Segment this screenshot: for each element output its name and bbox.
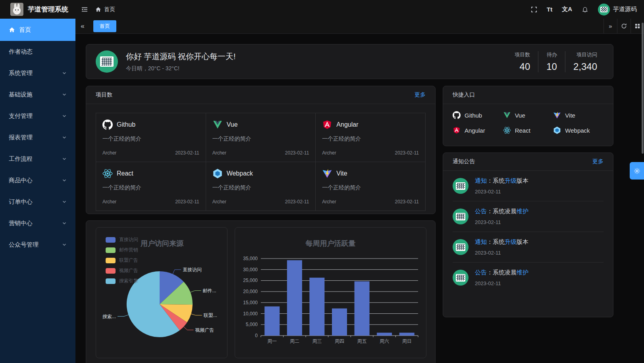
breadcrumb[interactable]: 首页 [95,6,115,13]
project-card[interactable]: React 一个正经的简介 Archer 2023-02-11 [96,162,206,210]
chevron-down-icon [62,242,67,247]
user-name: 芋道源码 [613,6,637,13]
legend-item[interactable]: 搜索引擎 [106,278,138,284]
notice-item[interactable]: 公告：系统凌晨维护 2023-02-11 [453,262,604,293]
project-card[interactable]: Webpack 一个正经的简介 Archer 2023-02-11 [206,162,316,210]
sidebar-item[interactable]: 工作流程 [0,148,75,170]
notice-item[interactable]: 通知：系统升级版本 2023-02-11 [453,171,604,201]
y-axis-label: 35,000 [243,256,258,261]
notice-segment[interactable]: 维护 [517,269,528,276]
sidebar-item[interactable]: 作者动态 [0,41,75,62]
pie-label: 邮件... [203,288,216,293]
settings-gear-button[interactable] [630,162,644,180]
locale-icon[interactable]: 文A [562,6,572,13]
notice-item[interactable]: 公告：系统凌晨维护 2023-02-11 [453,201,604,232]
font-size-icon[interactable]: Tt [547,6,552,13]
shortcut-item[interactable]: Vue [503,111,553,119]
project-description: 一个正经的简介 [322,184,419,191]
notice-date: 2023-02-11 [475,219,528,225]
sidebar-item[interactable]: 系统管理 [0,62,75,84]
legend-item[interactable]: 直接访问 [106,236,138,243]
legend-label: 联盟广告 [119,257,138,264]
vue-icon [503,111,511,119]
sidebar-item-label: 首页 [19,26,31,34]
sidebar-item[interactable]: 首页 [0,19,75,41]
legend-item[interactable]: 联盟广告 [106,257,138,264]
sidebar-item[interactable]: 营销中心 [0,212,75,234]
project-card[interactable]: Github 一个正经的简介 Archer 2023-02-11 [96,113,206,162]
y-axis-label: 25,000 [243,278,258,283]
sidebar-item[interactable]: 支付管理 [0,105,75,127]
shortcut-label: Vue [515,112,525,119]
refresh-icon[interactable] [617,19,631,33]
project-card[interactable]: Vite 一个正经的简介 Archer 2023-02-11 [316,162,425,210]
stat: 项目数 40 [507,51,538,72]
pie-label-line [191,314,202,315]
notice-segment: 版本 [517,177,528,184]
app-logo-area[interactable]: 芋道管理系统 [0,3,75,16]
tabs-scroll-left-icon[interactable]: « [75,19,90,33]
stat-label: 项目访问 [573,51,597,58]
github-icon [453,111,461,119]
sidebar-item-label: 基础设施 [9,91,33,98]
notice-date: 2023-02-11 [475,280,528,286]
collapse-sidebar-icon[interactable] [81,6,88,13]
scrollbar[interactable] [642,23,644,154]
stat: 项目访问 2,340 [565,51,601,72]
notice-segment[interactable]: 通知 [475,238,487,245]
user-menu[interactable]: 芋道源码 [598,4,637,15]
y-axis-label: 15,000 [243,300,258,305]
shortcut-item[interactable]: Github [453,111,503,119]
notice-item[interactable]: 通知：系统升级版本 2023-02-11 [453,232,604,262]
notice-segment[interactable]: 通知 [475,177,487,184]
sidebar-item[interactable]: 公众号管理 [0,234,75,255]
projects-grid: Github 一个正经的简介 Archer 2023-02-11 [96,113,426,211]
angular-icon [322,120,332,130]
chevron-down-icon [62,71,67,75]
x-axis-label: 周五 [357,338,367,344]
bar [309,278,324,336]
sidebar-item-label: 支付管理 [9,112,33,120]
project-card[interactable]: Angular 一个正经的简介 Archer 2023-02-11 [316,113,425,162]
shortcut-item[interactable]: Angular [453,126,503,134]
bar-chart-card: 每周用户活跃量 05,00010,00015,00020,00025,00030… [235,227,426,358]
legend-item[interactable]: 视频广告 [106,267,138,274]
notice-segment[interactable]: 维护 [517,208,528,214]
app-logo-rabbit-image [10,3,23,16]
weather-text: 今日晴，20°C - 32°C! [126,65,236,72]
notice-segment[interactable]: 公告 [475,269,487,276]
sidebar-item[interactable]: 订单中心 [0,191,75,212]
notice-segment[interactable]: 升级 [505,238,517,245]
shortcut-item[interactable]: Vite [553,111,604,119]
tab-home[interactable]: 首页 [93,20,116,32]
projects-more-link[interactable]: 更多 [415,91,426,98]
project-card[interactable]: Vue 一个正经的简介 Archer 2023-02-11 [206,113,316,162]
project-date: 2023-02-11 [285,150,309,156]
notice-segment[interactable]: 公告 [475,208,487,214]
tabs-scroll-right-icon[interactable]: » [604,19,617,33]
vite-icon [553,111,561,119]
notices-more-link[interactable]: 更多 [592,158,604,165]
welcome-stats: 项目数 40 待办 10 项目访问 2,340 [507,51,601,72]
shortcuts-card: 快捷入口 Github Vue [443,86,613,146]
chevron-down-icon [62,92,67,97]
shortcut-item[interactable]: React [503,126,553,134]
sidebar-item-label: 系统管理 [9,70,33,77]
notice-segment: 版本 [517,238,528,245]
sidebar-item[interactable]: 商品中心 [0,170,75,191]
header-actions: Tt 文A 芋道源码 [531,4,644,15]
x-axis-label: 周一 [267,338,277,344]
notice-title: 通知：系统升级版本 [475,238,528,246]
legend-item[interactable]: 邮件营销 [106,247,138,253]
notice-segment[interactable]: 升级 [505,177,517,184]
shortcut-item[interactable]: Webpack [553,126,604,134]
sidebar-item-label: 工作流程 [9,155,33,163]
stat-value: 10 [546,61,557,72]
sidebar-item[interactable]: 报表管理 [0,127,75,148]
sidebar-item[interactable]: 基础设施 [0,84,75,105]
fullscreen-icon[interactable] [531,6,537,13]
notices-card-title: 通知公告 [453,158,475,165]
bell-icon[interactable] [582,6,588,13]
notice-date: 2023-02-11 [475,250,528,256]
bar [399,333,415,336]
